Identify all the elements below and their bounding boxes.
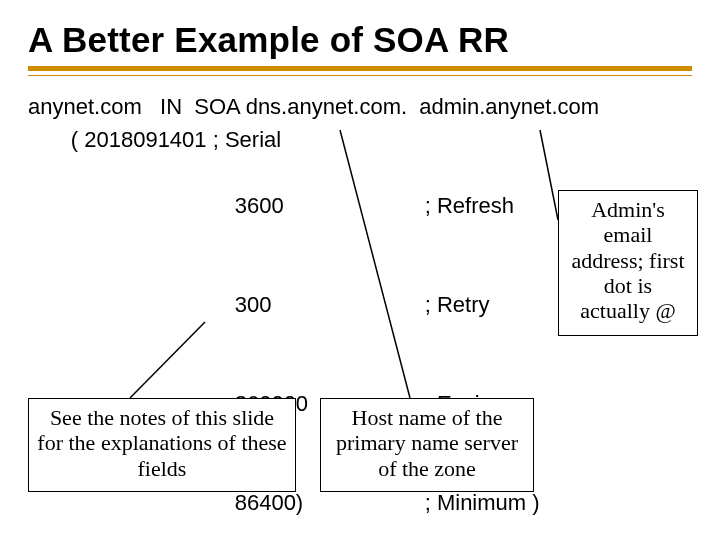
soa-line-1: anynet.com IN SOA dns.anynet.com. admin.… (28, 90, 692, 123)
soa-comment-refresh: ; Refresh (425, 189, 514, 222)
callout-host: Host name of the primary name server of … (320, 398, 534, 492)
title-rule-thin (28, 75, 692, 76)
soa-comment-retry: ; Retry (425, 288, 490, 321)
title-rule-thick (28, 66, 692, 71)
callout-admin: Admin's email address; first dot is actu… (558, 190, 698, 336)
soa-serial-line: ( 2018091401 ; Serial (28, 123, 692, 156)
slide-title: A Better Example of SOA RR (28, 20, 692, 60)
slide: A Better Example of SOA RR anynet.com IN… (0, 0, 720, 540)
callout-notes: See the notes of this slide for the expl… (28, 398, 296, 492)
soa-value-retry: 300 (235, 288, 345, 321)
soa-value-refresh: 3600 (235, 189, 345, 222)
